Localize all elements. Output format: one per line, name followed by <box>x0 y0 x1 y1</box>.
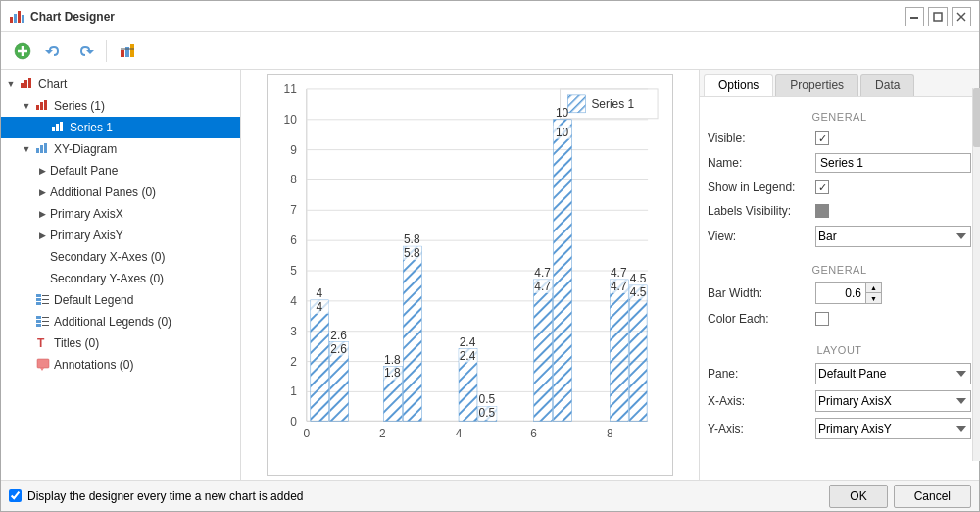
bar-8-0 <box>610 280 628 421</box>
svg-text:2: 2 <box>290 355 297 369</box>
tree-label-additional-panes: Additional Panes (0) <box>50 185 156 199</box>
svg-rect-16 <box>24 80 27 88</box>
view-select[interactable]: Bar Line Pie Area <box>815 226 971 247</box>
tree-item-additional-legends[interactable]: Additional Legends (0) <box>1 311 240 333</box>
cancel-button[interactable]: Cancel <box>894 485 971 508</box>
tree-item-xy-diagram[interactable]: ▼ XY-Diagram <box>1 138 240 160</box>
minimize-button[interactable] <box>905 7 924 26</box>
svg-rect-11 <box>121 50 124 57</box>
tree-item-default-pane[interactable]: ▶ Default Pane <box>1 160 240 181</box>
titles-icon: T <box>34 334 52 352</box>
color-each-value <box>815 312 971 326</box>
view-label: View: <box>708 230 815 243</box>
chart-svg: Series 1 11 10 <box>268 75 672 475</box>
undo-button[interactable] <box>40 37 68 65</box>
main-area: ▼ Chart ▼ Series (1) Series 1 <box>1 70 979 480</box>
ok-button[interactable]: OK <box>829 485 887 508</box>
svg-rect-26 <box>44 143 47 153</box>
tree-item-default-legend[interactable]: Default Legend <box>1 289 240 311</box>
bar-width-down-button[interactable]: ▼ <box>865 293 881 303</box>
svg-rect-33 <box>36 316 41 319</box>
expand-default-pane[interactable]: ▶ <box>34 163 50 179</box>
expand-series-group[interactable]: ▼ <box>19 98 34 114</box>
xaxis-select[interactable]: Primary AxisX <box>815 390 971 412</box>
scrollbar-track[interactable] <box>972 88 979 461</box>
yaxis-select[interactable]: Primary AxisY <box>815 418 971 439</box>
bottom-buttons: OK Cancel <box>829 485 971 508</box>
svg-text:10: 10 <box>284 113 298 127</box>
svg-rect-25 <box>40 145 43 153</box>
tab-options[interactable]: Options <box>704 74 773 96</box>
svg-rect-4 <box>910 17 918 19</box>
bar-6-0 <box>534 280 553 421</box>
svg-rect-0 <box>10 17 13 23</box>
row-labels-visibility: Labels Visibility: <box>708 199 971 223</box>
maximize-button[interactable] <box>928 7 948 26</box>
bar-width-up-button[interactable]: ▲ <box>865 283 881 293</box>
show-in-legend-checkbox[interactable] <box>815 180 829 194</box>
tree-label-annotations: Annotations (0) <box>54 358 133 372</box>
svg-text:4.7: 4.7 <box>534 280 551 293</box>
chart-container: Series 1 11 10 <box>267 74 673 476</box>
expand-additional-panes[interactable]: ▶ <box>34 184 50 200</box>
svg-text:0: 0 <box>303 427 310 440</box>
show-in-legend-label: Show in Legend: <box>708 180 815 194</box>
svg-text:1.8: 1.8 <box>384 353 401 367</box>
tree-item-secondary-y-axes[interactable]: Secondary Y-Axes (0) <box>1 268 240 289</box>
svg-text:0.5: 0.5 <box>479 406 496 420</box>
tree-item-additional-panes[interactable]: ▶ Additional Panes (0) <box>1 181 240 203</box>
tab-data[interactable]: Data <box>860 74 914 96</box>
tree-item-series1[interactable]: Series 1 <box>1 117 240 138</box>
tree-item-titles[interactable]: T Titles (0) <box>1 333 240 354</box>
yaxis-value: Primary AxisY <box>815 418 971 439</box>
toolbar-separator <box>106 40 107 62</box>
close-button[interactable] <box>952 7 971 26</box>
svg-text:2.4: 2.4 <box>460 349 476 363</box>
toolbar <box>1 32 979 70</box>
svg-text:4: 4 <box>290 294 297 308</box>
tree-item-primary-axisy[interactable]: ▶ Primary AxisY <box>1 225 240 246</box>
row-pane: Pane: Default Pane <box>708 360 971 387</box>
svg-text:6: 6 <box>290 233 297 247</box>
expand-primary-axisy[interactable]: ▶ <box>34 228 50 243</box>
add-button[interactable] <box>9 37 36 65</box>
color-each-checkbox[interactable] <box>815 312 829 326</box>
row-visible: Visible: <box>708 127 971 150</box>
svg-rect-3 <box>22 15 24 23</box>
name-input[interactable] <box>815 153 971 173</box>
tree-label-default-legend: Default Legend <box>54 293 133 307</box>
svg-text:7: 7 <box>290 203 297 217</box>
svg-rect-37 <box>36 324 41 327</box>
expand-chart[interactable]: ▼ <box>3 77 19 92</box>
wizard-button[interactable] <box>114 37 141 65</box>
tree-label-default-pane: Default Pane <box>50 164 118 178</box>
tree-item-primary-axisx[interactable]: ▶ Primary AxisX <box>1 203 240 225</box>
tree-item-secondary-x-axes[interactable]: Secondary X-Axes (0) <box>1 246 240 268</box>
bar-width-input[interactable] <box>816 283 865 303</box>
row-name: Name: <box>708 150 971 176</box>
tree-item-annotations[interactable]: Annotations (0) <box>1 354 240 376</box>
scrollbar-thumb[interactable] <box>973 88 979 147</box>
svg-text:2: 2 <box>379 427 386 440</box>
xaxis-label: X-Axis: <box>708 394 815 408</box>
display-designer-checkbox[interactable] <box>9 489 22 502</box>
add-icon <box>14 42 31 60</box>
row-xaxis: X-Axis: Primary AxisX <box>708 387 971 415</box>
labels-visibility-value <box>815 204 971 218</box>
tree-item-chart[interactable]: ▼ Chart <box>1 74 240 95</box>
labels-visibility-checkbox[interactable] <box>815 204 829 218</box>
tree-item-series-group[interactable]: ▼ Series (1) <box>1 95 240 117</box>
svg-rect-1 <box>14 14 17 23</box>
tab-properties[interactable]: Properties <box>775 74 858 96</box>
redo-button[interactable] <box>72 37 99 65</box>
svg-rect-18 <box>36 105 39 110</box>
labels-visibility-label: Labels Visibility: <box>708 204 815 218</box>
svg-rect-44 <box>568 95 586 113</box>
pane-select[interactable]: Default Pane <box>815 363 971 384</box>
svg-text:T: T <box>37 336 45 350</box>
section-general-2: GENERAL <box>708 258 971 280</box>
expand-xy-diagram[interactable]: ▼ <box>19 141 34 157</box>
expand-primary-axisx[interactable]: ▶ <box>34 206 50 222</box>
tree-label-secondary-x-axes: Secondary X-Axes (0) <box>50 250 165 264</box>
visible-checkbox[interactable] <box>815 131 829 145</box>
